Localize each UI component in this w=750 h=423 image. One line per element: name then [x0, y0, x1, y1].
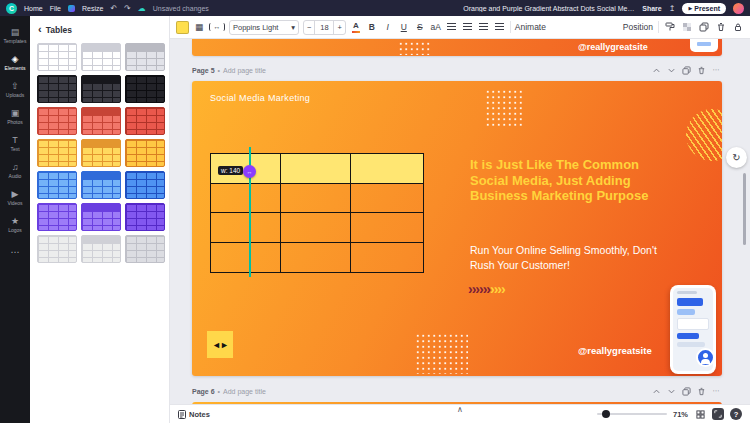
page-more-button[interactable]: ⋯ — [710, 386, 722, 397]
canva-logo-icon[interactable]: C — [6, 3, 17, 14]
sidebar-item-uploads[interactable]: ⇧ Uploads — [0, 77, 30, 103]
add-page-title[interactable]: Add page title — [223, 388, 266, 395]
duplicate-page-button[interactable] — [680, 386, 692, 397]
table-grid-button[interactable]: ▦ — [193, 20, 205, 34]
table-template-thumbnail[interactable] — [81, 107, 121, 135]
transparency-button[interactable] — [681, 20, 693, 34]
table-cell[interactable] — [351, 213, 423, 243]
sidebar-item-elements[interactable]: ◈ Elements — [0, 50, 30, 76]
table-template-thumbnail[interactable] — [37, 139, 77, 167]
font-size-increase-button[interactable]: + — [334, 21, 344, 34]
share-button[interactable]: Share — [642, 5, 661, 12]
menu-resize[interactable]: Resize — [82, 5, 103, 12]
collapse-panel-button[interactable]: ∧ — [457, 405, 463, 414]
table-template-thumbnail[interactable] — [125, 107, 165, 135]
sidebar-item-more[interactable]: ⋯ — [0, 239, 30, 265]
table-template-thumbnail[interactable] — [37, 75, 77, 103]
social-handle-text[interactable]: @reallygreatsite — [578, 345, 652, 356]
zoom-slider-knob[interactable] — [602, 410, 610, 418]
position-button[interactable]: Position — [623, 20, 653, 34]
table-template-thumbnail[interactable] — [125, 235, 165, 263]
avatar[interactable] — [733, 3, 744, 14]
move-page-down-button[interactable] — [665, 386, 677, 397]
table-template-thumbnail[interactable] — [37, 203, 77, 231]
text-case-button[interactable]: aA — [430, 20, 442, 34]
table-template-thumbnail[interactable] — [81, 171, 121, 199]
table-cell[interactable] — [211, 243, 281, 273]
delete-button[interactable] — [715, 20, 727, 34]
move-page-up-button[interactable] — [650, 65, 662, 76]
sidebar-item-templates[interactable]: ▤ Templates — [0, 23, 30, 49]
column-resize-handle[interactable]: ↔ — [243, 165, 256, 178]
animate-button[interactable]: Animate — [515, 20, 546, 34]
table-template-thumbnail[interactable] — [81, 75, 121, 103]
copy-style-button[interactable] — [664, 20, 676, 34]
page-more-button[interactable]: ⋯ — [710, 65, 722, 76]
delete-page-button[interactable] — [695, 386, 707, 397]
page-kicker-text[interactable]: Social Media Marketing — [210, 93, 310, 103]
cell-spacing-button[interactable]: ↔ — [209, 23, 225, 31]
panel-header[interactable]: ‹ Tables — [30, 16, 169, 40]
sidebar-item-audio[interactable]: ♫ Audio — [0, 158, 30, 184]
undo-icon[interactable]: ↶ — [110, 4, 117, 13]
underline-button[interactable]: U — [398, 20, 410, 34]
page-4-canvas[interactable]: @reallygreatsite — [192, 39, 722, 56]
table-cell[interactable] — [211, 213, 281, 243]
table-template-thumbnail[interactable] — [37, 171, 77, 199]
table-cell[interactable] — [281, 184, 351, 214]
headline-text[interactable]: It is Just Like The Common Social Media,… — [470, 157, 668, 204]
duplicate-page-button[interactable] — [680, 65, 692, 76]
back-icon[interactable]: ‹ — [38, 24, 42, 35]
assistant-button[interactable]: ↻ — [726, 147, 747, 168]
chevron-arrows-graphic[interactable]: ›››››››››› — [468, 281, 505, 297]
alignment-button[interactable] — [446, 20, 458, 34]
italic-button[interactable]: I — [382, 20, 394, 34]
help-button[interactable]: ? — [730, 408, 742, 420]
table-cell[interactable] — [281, 243, 351, 273]
font-select[interactable]: Poppins Light ▾ — [229, 20, 299, 35]
table-template-thumbnail[interactable] — [37, 235, 77, 263]
sidebar-item-text[interactable]: T Text — [0, 131, 30, 157]
bold-button[interactable]: B — [366, 20, 378, 34]
table-cell[interactable] — [281, 213, 351, 243]
phone-mockup[interactable] — [690, 39, 718, 52]
table-template-thumbnail[interactable] — [125, 75, 165, 103]
table-template-thumbnail[interactable] — [81, 203, 121, 231]
zoom-slider[interactable] — [597, 413, 667, 415]
table-template-thumbnail[interactable] — [37, 43, 77, 71]
social-handle-text[interactable]: @reallygreatsite — [578, 42, 648, 52]
table-template-thumbnail[interactable] — [81, 235, 121, 263]
add-page-title[interactable]: Add page title — [223, 67, 266, 74]
move-page-up-button[interactable] — [650, 386, 662, 397]
delete-page-button[interactable] — [695, 65, 707, 76]
bullet-list-button[interactable] — [462, 20, 474, 34]
canvas[interactable]: @reallygreatsite Page 5 • Add page title… — [170, 39, 750, 404]
canvas-scrollbar[interactable] — [743, 173, 746, 245]
body-text[interactable]: Run Your Online Selling Smoothly, Don't … — [470, 243, 676, 272]
table-template-thumbnail[interactable] — [37, 107, 77, 135]
present-button[interactable]: ▶ Present — [682, 3, 726, 14]
table-cell[interactable] — [351, 184, 423, 214]
table-template-thumbnail[interactable] — [125, 203, 165, 231]
table-template-thumbnail[interactable] — [125, 171, 165, 199]
font-size-value[interactable]: 18 — [314, 21, 334, 34]
redo-icon[interactable]: ↷ — [124, 4, 131, 13]
table-template-thumbnail[interactable] — [125, 43, 165, 71]
table-cell[interactable] — [351, 154, 423, 184]
font-size-decrease-button[interactable]: − — [304, 21, 314, 34]
notes-button[interactable]: Notes — [178, 410, 210, 419]
table-template-thumbnail[interactable] — [81, 139, 121, 167]
page-5-canvas[interactable]: Social Media Marketing w: 140 ↔ It is Ju… — [192, 81, 722, 376]
strikethrough-button[interactable]: S — [414, 20, 426, 34]
lock-button[interactable] — [732, 20, 744, 34]
fullscreen-button[interactable] — [712, 408, 724, 420]
grid-view-button[interactable] — [694, 409, 706, 420]
menu-home[interactable]: Home — [24, 5, 43, 12]
text-color-button[interactable]: A — [350, 20, 362, 34]
sidebar-item-videos[interactable]: ▶ Videos — [0, 185, 30, 211]
zoom-level[interactable]: 71% — [673, 410, 688, 419]
menu-file[interactable]: File — [50, 5, 61, 12]
publish-icon[interactable]: ↥ — [669, 4, 676, 13]
sidebar-item-photos[interactable]: ▣ Photos — [0, 104, 30, 130]
table-template-thumbnail[interactable] — [81, 43, 121, 71]
